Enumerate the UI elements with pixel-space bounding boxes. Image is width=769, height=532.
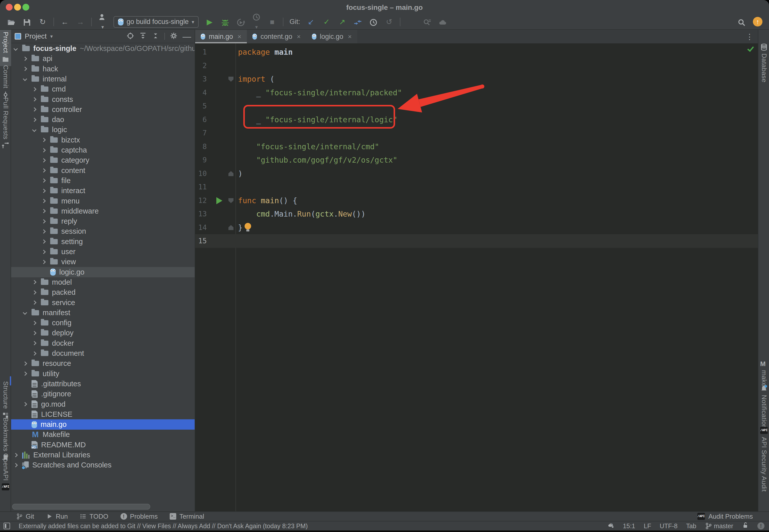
toolwindow-button-problems[interactable]: !Problems [121, 513, 158, 520]
tree-item-view[interactable]: view [11, 257, 195, 267]
lock-icon[interactable] [742, 522, 749, 530]
code-line-15[interactable]: 15 [195, 234, 758, 248]
tab-logic.go[interactable]: logic.go× [306, 30, 357, 43]
open-folder-icon[interactable] [7, 17, 16, 26]
tree-item-focus-single[interactable]: focus-single~/Workspace/Go/GOPATH/src/gi… [11, 43, 195, 54]
locate-icon[interactable] [127, 32, 134, 41]
tree-item-logic[interactable]: logic [11, 125, 195, 135]
tab-main.go[interactable]: main.go× [195, 30, 247, 43]
tree-item-config[interactable]: config [11, 318, 195, 328]
search-icon[interactable] [737, 17, 746, 26]
close-icon[interactable]: × [238, 33, 241, 41]
run-line-icon[interactable] [216, 197, 222, 204]
tree-item-api[interactable]: api [11, 53, 195, 64]
close-icon[interactable]: × [348, 33, 352, 41]
collapse-all-icon[interactable] [152, 32, 159, 41]
intention-bulb-icon[interactable] [245, 223, 251, 229]
tab-content.go[interactable]: content.go× [247, 30, 306, 43]
code-line-2[interactable]: 2 [195, 59, 758, 73]
highlighting-level-icon[interactable]: ! [757, 522, 764, 529]
stripe-item-openapi[interactable]: OpenAPI/API [0, 453, 11, 491]
chevron-closed-icon[interactable] [14, 463, 18, 467]
chevron-down-icon[interactable]: ▾ [50, 33, 53, 39]
tree-item-hack[interactable]: hack [11, 64, 195, 74]
tree-item-manifest[interactable]: manifest [11, 308, 195, 318]
tree-item-internal[interactable]: internal [11, 74, 195, 84]
code-editor[interactable]: 1package main23import (4 _ "focus-single… [195, 43, 758, 511]
stop-icon[interactable]: ■ [267, 17, 277, 27]
code-line-14[interactable]: 14} [195, 221, 758, 234]
chevron-closed-icon[interactable] [42, 209, 46, 213]
caret-position[interactable]: 15:1 [623, 522, 635, 530]
back-icon[interactable]: ← [60, 17, 70, 27]
close-icon[interactable]: × [297, 33, 301, 41]
code-line-11[interactable]: 11 [195, 180, 758, 194]
tree-item-document[interactable]: document [11, 348, 195, 359]
update-project-icon[interactable]: ↙ [306, 17, 316, 27]
chevron-closed-icon[interactable] [23, 56, 27, 61]
status-link[interactable]: Don't Ask Again (today 8:23 PM) [217, 522, 308, 529]
status-message[interactable]: Externally added files can be added to G… [19, 522, 308, 530]
sync-icon[interactable]: ↻ [38, 17, 47, 27]
chevron-closed-icon[interactable] [42, 189, 46, 193]
history-icon[interactable] [369, 17, 378, 26]
rollback-icon[interactable]: ↺ [384, 17, 394, 27]
chevron-closed-icon[interactable] [32, 290, 37, 294]
tree-item-Scratches and Consoles[interactable]: Scratches and Consoles [11, 460, 195, 470]
toolwindow-button-git[interactable]: Git [16, 513, 34, 520]
tree-item-user[interactable]: user [11, 247, 195, 257]
tree-item-External Libraries[interactable]: External Libraries [11, 450, 195, 460]
stripe-item-structure[interactable]: Structure [0, 381, 11, 419]
tree-horizontal-scrollbar[interactable] [12, 504, 150, 510]
stripe-item-project[interactable]: Project [0, 30, 11, 66]
tree-item-logic.go[interactable]: logic.go [11, 267, 195, 277]
tree-item-service[interactable]: service [11, 298, 195, 308]
commit-icon[interactable]: ✓ [322, 17, 331, 27]
file-encoding[interactable]: UTF-8 [660, 522, 677, 530]
tree-item-menu[interactable]: menu [11, 196, 195, 206]
tree-item-go.mod[interactable]: go.mod [11, 399, 195, 409]
tree-item-consts[interactable]: consts [11, 94, 195, 105]
code-line-13[interactable]: 13 cmd.Main.Run(gctx.New()) [195, 207, 758, 221]
code-line-9[interactable]: 9 "github.com/gogf/gf/v2/os/gctx" [195, 153, 758, 167]
status-link[interactable]: Always Add [178, 522, 210, 529]
tree-item-resource[interactable]: resource [11, 358, 195, 369]
tree-item-main.go[interactable]: main.go [11, 419, 195, 430]
chevron-closed-icon[interactable] [32, 97, 37, 102]
run-configuration-select[interactable]: go build focus-single ▾ [113, 16, 199, 28]
tree-item-controller[interactable]: controller [11, 104, 195, 115]
chevron-closed-icon[interactable] [42, 148, 46, 152]
fold-marker-icon[interactable] [228, 171, 233, 176]
chevron-open-icon[interactable] [23, 311, 27, 315]
chevron-closed-icon[interactable] [32, 341, 37, 345]
chevron-closed-icon[interactable] [32, 107, 37, 112]
chevron-closed-icon[interactable] [42, 179, 46, 183]
line-separator[interactable]: LF [644, 522, 651, 530]
code-line-8[interactable]: 8 "focus-single/internal/cmd" [195, 140, 758, 154]
chevron-closed-icon[interactable] [32, 301, 37, 305]
save-icon[interactable] [22, 17, 32, 26]
code-line-12[interactable]: 12func main() { [195, 194, 758, 208]
stripe-item-commit[interactable]: Commit [0, 65, 11, 99]
user-icon[interactable]: ▾ [98, 12, 107, 32]
stripe-item-pull-requests[interactable]: Pull Requests [0, 97, 11, 150]
fold-marker-icon[interactable] [228, 198, 233, 203]
tree-item-utility[interactable]: utility [11, 369, 195, 379]
tree-item-reply[interactable]: reply [11, 216, 195, 226]
expand-all-icon[interactable] [139, 32, 147, 41]
chevron-closed-icon[interactable] [32, 117, 37, 122]
tree-item-LICENSE[interactable]: LICENSE [11, 409, 195, 420]
search-history-icon[interactable] [422, 17, 432, 26]
chevron-closed-icon[interactable] [32, 331, 37, 335]
tree-item-docker[interactable]: docker [11, 338, 195, 348]
tree-item-README.MD[interactable]: MDREADME.MD [11, 440, 195, 450]
ide-update-icon[interactable]: ↑ [753, 17, 762, 26]
fold-marker-icon[interactable] [228, 77, 233, 82]
chevron-closed-icon[interactable] [23, 67, 27, 71]
chevron-closed-icon[interactable] [42, 168, 46, 173]
tree-item-dao[interactable]: dao [11, 114, 195, 125]
chevron-closed-icon[interactable] [23, 402, 27, 406]
chevron-closed-icon[interactable] [42, 240, 46, 244]
tree-item-model[interactable]: model [11, 277, 195, 287]
tree-item-content[interactable]: content [11, 165, 195, 176]
